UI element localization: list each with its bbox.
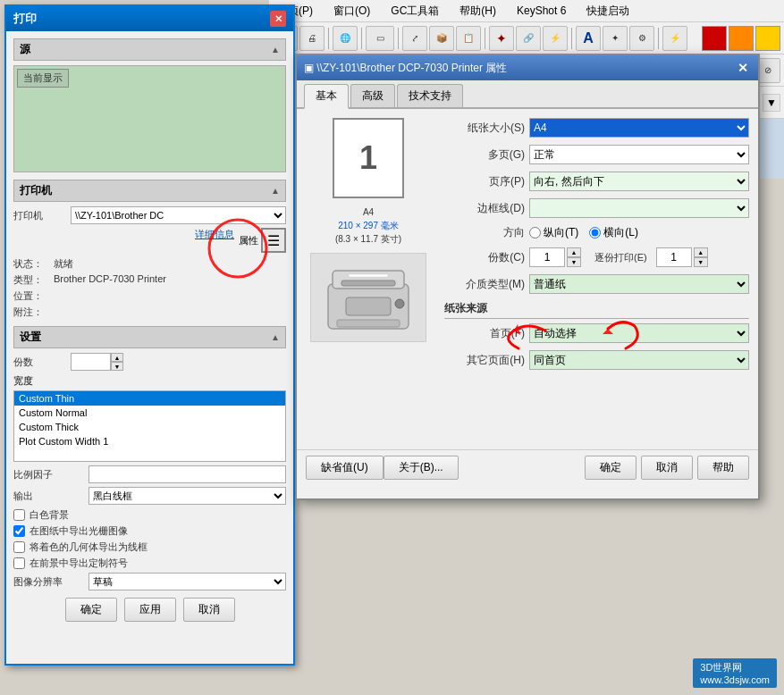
border-select[interactable] xyxy=(529,198,749,218)
printer-props-title: ▣ \\ZY-101\Brother DCP-7030 Printer 属性 ✕ xyxy=(297,55,758,80)
print-cancel-btn[interactable]: 取消 xyxy=(183,598,235,622)
location-row: 位置： xyxy=(13,289,286,303)
resolution-select[interactable]: 草稿 xyxy=(89,573,286,590)
toolbar-btn-4[interactable]: ⤤ xyxy=(402,26,427,51)
toolbar-btn-3[interactable]: 🌐 xyxy=(333,26,358,51)
solid-outline-check[interactable] xyxy=(13,541,25,553)
toolbar-btn-2[interactable]: 🖨 xyxy=(299,26,325,51)
collate-spinner: ▲ ▼ xyxy=(656,247,708,267)
print-dialog-body: 源 ▲ 当前显示 打印机 ▲ 打印机 \\ZY-101\Brother DC xyxy=(6,31,293,664)
details-btn[interactable]: 详细信息 xyxy=(195,228,234,253)
page-order-select[interactable]: 向右, 然后向下 xyxy=(529,172,749,191)
collate-input[interactable] xyxy=(656,247,692,267)
portrait-radio-label[interactable]: 纵向(T) xyxy=(529,225,578,240)
notes-val xyxy=(54,306,286,319)
printer-select[interactable]: \\ZY-101\Brother DC xyxy=(71,206,286,224)
props-preview-panel: 1 A4 210 × 297 毫米 (8.3 × 11.7 英寸) xyxy=(306,118,431,440)
in-paper-check[interactable] xyxy=(13,525,25,537)
svg-rect-3 xyxy=(341,281,395,286)
props-about-btn[interactable]: 关于(B)... xyxy=(384,456,459,480)
svg-rect-1 xyxy=(337,320,400,327)
toolbar-btn-A[interactable]: A xyxy=(576,26,601,51)
toolbar-btn-8[interactable]: 🔗 xyxy=(516,26,541,51)
copies-down[interactable]: ▼ xyxy=(111,362,123,371)
menu-quickstart[interactable]: 快捷启动 xyxy=(583,2,633,21)
print-apply-btn[interactable]: 应用 xyxy=(124,598,176,622)
width-item-normal[interactable]: Custom Normal xyxy=(14,406,285,420)
properties-icon-btn[interactable]: ☰ xyxy=(261,228,286,253)
paper-size-info: A4 210 × 297 毫米 (8.3 × 11.7 英寸) xyxy=(335,205,401,246)
white-bg-check[interactable] xyxy=(13,509,25,521)
resolution-row: 图像分辨率 草稿 xyxy=(13,573,286,590)
landscape-radio-label[interactable]: 横向(L) xyxy=(589,225,638,240)
color-swatch-yellow[interactable] xyxy=(755,26,780,51)
settings-section-arrow[interactable]: ▲ xyxy=(271,332,280,342)
menu-window[interactable]: 窗口(O) xyxy=(330,2,374,21)
props-default-btn[interactable]: 缺省值(U) xyxy=(306,456,384,480)
color-swatch-red[interactable] xyxy=(702,26,727,51)
tab-support[interactable]: 技术支持 xyxy=(397,84,463,107)
toolbar-row1: ⊞ 🖨 🌐 ▭ ⤤ 📦 📋 ✦ 🔗 ⚡ A ✦ ⚙ ⚡ xyxy=(269,22,784,54)
printer-select-row: 打印机 \\ZY-101\Brother DC xyxy=(13,206,286,224)
width-item-thin[interactable]: Custom Thin xyxy=(14,391,285,406)
source-section-arrow[interactable]: ▲ xyxy=(271,45,280,54)
paper-size-select[interactable]: A4 xyxy=(529,118,749,138)
props-help-btn[interactable]: 帮助 xyxy=(697,456,749,480)
props-copies-input[interactable] xyxy=(529,247,565,267)
width-list[interactable]: Custom Thin Custom Normal Custom Thick P… xyxy=(13,390,286,462)
menu-gctoolbox[interactable]: GC工具箱 xyxy=(387,2,443,21)
output-select[interactable]: 黑白线框 xyxy=(89,487,286,505)
color-swatch-orange[interactable] xyxy=(729,26,754,51)
sep2 xyxy=(361,28,362,49)
settings-section-header: 设置 ▲ xyxy=(13,326,286,348)
props-copies-down[interactable]: ▼ xyxy=(567,257,581,267)
scale-input[interactable]: 1.00000 xyxy=(89,465,286,483)
copies-input[interactable]: 1 xyxy=(71,353,111,371)
printer-section-arrow[interactable]: ▲ xyxy=(271,186,280,196)
portrait-radio[interactable] xyxy=(529,227,541,239)
foreground-check[interactable] xyxy=(13,557,25,569)
print-dialog-title: 打印 ✕ xyxy=(6,6,293,31)
tab-basic[interactable]: 基本 xyxy=(304,84,349,109)
menu-help[interactable]: 帮助(H) xyxy=(456,2,500,21)
media-label: 介质类型(M) xyxy=(444,277,525,292)
toolbar-btn-7[interactable]: ✦ xyxy=(489,26,514,51)
tab-advanced[interactable]: 高级 xyxy=(350,84,395,107)
other-pages-select[interactable]: 同首页 xyxy=(529,350,749,370)
collate-up[interactable]: ▲ xyxy=(694,247,708,257)
landscape-radio[interactable] xyxy=(589,227,601,239)
toolbar-btn-5[interactable]: 📦 xyxy=(429,26,454,51)
first-page-select[interactable]: 自动选择 xyxy=(529,323,749,343)
first-page-row: 首页(F) 自动选择 xyxy=(444,323,749,343)
print-dialog: 打印 ✕ 源 ▲ 当前显示 打印机 ▲ 打印机 xyxy=(4,4,295,666)
copies-up[interactable]: ▲ xyxy=(111,353,123,362)
menu-keyshot[interactable]: KeyShot 6 xyxy=(513,3,569,19)
multipage-select[interactable]: 正常 xyxy=(529,145,749,164)
svg-point-5 xyxy=(395,299,404,308)
sep3 xyxy=(398,28,399,49)
toolbar-btn-star[interactable]: ⚙ xyxy=(629,26,654,51)
toolbar-btn-9[interactable]: ⚡ xyxy=(543,26,568,51)
toolbar-btn-bolt[interactable]: ⚡ xyxy=(662,26,687,51)
source-section-header: 源 ▲ xyxy=(13,38,286,61)
collate-down[interactable]: ▼ xyxy=(694,257,708,267)
props-copies-up[interactable]: ▲ xyxy=(567,247,581,257)
paper-preview: 1 xyxy=(333,118,404,198)
paper-size-line2: 210 × 297 毫米 xyxy=(335,219,401,232)
printer-props-close-btn[interactable]: ✕ xyxy=(735,60,751,76)
state-row: 状态： 就绪 xyxy=(13,257,286,271)
printer-props-dialog: ▣ \\ZY-101\Brother DCP-7030 Printer 属性 ✕… xyxy=(295,54,760,500)
props-ok-btn[interactable]: 确定 xyxy=(585,456,636,480)
width-item-thick[interactable]: Custom Thick xyxy=(14,420,285,434)
width-item-plot1[interactable]: Plot Custom Width 1 xyxy=(14,434,285,448)
orient-dropdown[interactable]: ▼ xyxy=(763,94,780,112)
print-ok-btn[interactable]: 确定 xyxy=(65,598,117,622)
copies-spinner: 1 ▲ ▼ xyxy=(71,353,123,371)
props-cancel-btn[interactable]: 取消 xyxy=(641,456,693,480)
toolbar-btn-rect[interactable]: ▭ xyxy=(366,26,394,51)
props-copies-row: 份数(C) ▲ ▼ 逐份打印(E) ▲ ▼ xyxy=(444,247,749,267)
toolbar-btn-6[interactable]: 📋 xyxy=(456,26,481,51)
media-select[interactable]: 普通纸 xyxy=(529,274,749,294)
print-close-btn[interactable]: ✕ xyxy=(270,11,286,27)
toolbar-btn-fx[interactable]: ✦ xyxy=(603,26,628,51)
